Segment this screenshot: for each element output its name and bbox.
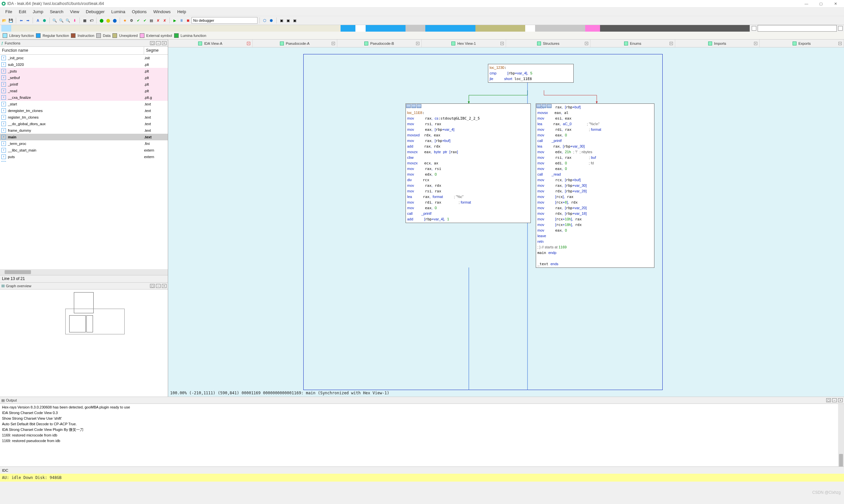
tick1-icon[interactable]: ✔	[135, 17, 141, 23]
function-row[interactable]: fregister_tm_clones.text	[0, 114, 168, 121]
search-up-icon[interactable]: 🔍	[52, 17, 58, 23]
panel-min-icon[interactable]: –	[156, 41, 160, 45]
graph-overview-body[interactable]	[0, 290, 168, 397]
graph-icon[interactable]: ⬡	[262, 17, 268, 23]
tab-exports[interactable]: Exports×	[760, 39, 844, 47]
graph2-icon[interactable]: ⬢	[269, 17, 274, 23]
menu-view[interactable]: View	[67, 9, 82, 14]
segment-bar[interactable]	[1, 25, 750, 32]
star-icon[interactable]: ★	[122, 17, 128, 23]
segbar-slice[interactable]	[585, 25, 600, 32]
save-icon[interactable]: 💾	[8, 17, 14, 23]
menu-jump[interactable]: Jump	[29, 9, 47, 14]
segbar-slice[interactable]	[366, 25, 406, 32]
function-row[interactable]: f_puts.plt	[0, 68, 168, 74]
menu-edit[interactable]: Edit	[16, 9, 29, 14]
function-row[interactable]: f_read.plt	[0, 88, 168, 94]
tab-close-icon[interactable]: ×	[500, 42, 504, 45]
function-row[interactable]: f__do_global_dtors_aux.text	[0, 121, 168, 127]
function-row[interactable]: f_printf.plt	[0, 81, 168, 88]
node-left[interactable]: loc_11E8: mov rax, cs:stdout@GLIBC_2_2_5…	[406, 104, 531, 223]
menu-debugger[interactable]: Debugger	[82, 9, 108, 14]
grid-icon[interactable]: ▦	[82, 17, 88, 23]
node-right[interactable]: mov rax, [rbp+buf] movsx eax, al mov esi…	[536, 104, 654, 268]
dot-yellow-icon[interactable]: ⬤	[105, 17, 111, 23]
col-segment[interactable]: Segme	[144, 47, 168, 54]
play-icon[interactable]: ▶	[172, 17, 178, 23]
arrow-down-icon[interactable]: ⬇	[71, 17, 77, 23]
tab-pseudocode-a[interactable]: Pseudocode-A×	[253, 39, 337, 47]
tool-b-icon[interactable]: ▣	[285, 17, 291, 23]
menu-windows[interactable]: Windows	[150, 9, 174, 14]
segbar-slice[interactable]	[341, 25, 356, 32]
segbar-slice[interactable]	[535, 25, 585, 32]
out-pop-icon[interactable]: ▢	[826, 398, 831, 402]
menu-search[interactable]: Search	[47, 9, 67, 14]
tab-structures[interactable]: Structures×	[506, 39, 590, 47]
window-minimize[interactable]: —	[802, 2, 811, 6]
function-row[interactable]: fframe_dummy.text	[0, 127, 168, 134]
bin-icon[interactable]: ⬢	[41, 17, 48, 23]
del2-icon[interactable]: ✘	[161, 17, 168, 23]
tab-pseudocode-b[interactable]: Pseudocode-B×	[337, 39, 422, 47]
out-min-icon[interactable]: –	[832, 398, 837, 402]
menu-lumina[interactable]: Lumina	[108, 9, 128, 14]
function-row[interactable]: fderegister_tm_clones.text	[0, 107, 168, 114]
graph-canvas[interactable]: loc_1230: cmp [rbp+var_4], 5 jle short l…	[168, 48, 844, 397]
functions-horiz-scroll[interactable]	[0, 269, 168, 275]
dot-green-icon[interactable]: ⬤	[99, 17, 104, 23]
del-icon[interactable]: ✘	[155, 17, 161, 23]
function-row[interactable]: fputsextern	[0, 154, 168, 160]
output-body[interactable]: Hex-rays Version 8.3.0.230608 has been d…	[0, 404, 844, 466]
debugger-combo[interactable]: No debugger	[192, 17, 258, 24]
segbar-slice[interactable]	[600, 25, 750, 32]
node-top[interactable]: loc_1230: cmp [rbp+var_4], 5 jle short l…	[488, 64, 574, 83]
output-scrollbar[interactable]	[838, 404, 844, 466]
window-close[interactable]: ✕	[831, 2, 840, 6]
tab-hex-view-1[interactable]: Hex View-1×	[422, 39, 506, 47]
tab-close-icon[interactable]: ×	[416, 42, 419, 45]
nav-combo[interactable]	[758, 25, 837, 32]
ov-min-icon[interactable]: –	[156, 284, 160, 288]
pause-icon[interactable]: ⏸	[178, 17, 184, 23]
tab-close-icon[interactable]: ×	[332, 42, 335, 45]
tab-close-icon[interactable]: ×	[585, 42, 588, 45]
ov-close-icon[interactable]: ×	[162, 284, 167, 288]
tab-enums[interactable]: Enums×	[590, 39, 675, 47]
tag-icon[interactable]: 🏷	[88, 17, 94, 23]
function-row[interactable]: f_init_proc.init	[0, 55, 168, 61]
tick2-icon[interactable]: ✔	[142, 17, 148, 23]
nav-prev[interactable]	[752, 26, 756, 31]
menu-help[interactable]: Help	[174, 9, 190, 14]
tool-c-icon[interactable]: ▣	[292, 17, 298, 23]
menu-options[interactable]: Options	[128, 9, 150, 14]
gear-icon[interactable]: ⚙	[128, 17, 135, 23]
tab-close-icon[interactable]: ×	[247, 42, 250, 45]
function-row[interactable]: f_setbuf.plt	[0, 74, 168, 81]
function-row[interactable]: f_start.text	[0, 101, 168, 107]
idc-row[interactable]: IDC	[0, 466, 844, 474]
tab-ida-view-a[interactable]: IDA View-A×	[168, 39, 253, 47]
segbar-slice[interactable]	[425, 25, 475, 32]
segbar-slice[interactable]	[476, 25, 525, 32]
out-close-icon[interactable]: ×	[838, 398, 843, 402]
tab-close-icon[interactable]: ×	[670, 42, 673, 45]
doc-icon[interactable]: ▤	[148, 17, 154, 23]
tab-close-icon[interactable]: ×	[839, 42, 842, 45]
function-row[interactable]: f__cxa_finalize.plt.g	[0, 94, 168, 101]
segbar-slice[interactable]	[1, 25, 11, 32]
back-icon[interactable]: ⬅	[18, 17, 24, 23]
segbar-slice[interactable]	[11, 25, 341, 32]
search-dn-icon[interactable]: 🔍	[58, 17, 64, 23]
search-hex-icon[interactable]: 🔍	[65, 17, 71, 23]
stop-icon[interactable]: ⏹	[185, 17, 191, 23]
dot-blue-icon[interactable]: ⬤	[112, 17, 118, 23]
functions-list[interactable]: f_init_proc.initfsub_1020.pltf_puts.pltf…	[0, 55, 168, 162]
col-name[interactable]: Function name	[0, 47, 144, 54]
tool-a-icon[interactable]: ▣	[279, 17, 285, 23]
function-row[interactable]: f_term_proc.fini	[0, 140, 168, 147]
segbar-slice[interactable]	[406, 25, 426, 32]
function-row[interactable]: fsub_1020.plt	[0, 61, 168, 68]
function-row[interactable]: f__libc_start_mainextern	[0, 147, 168, 154]
segbar-slice[interactable]	[525, 25, 535, 32]
